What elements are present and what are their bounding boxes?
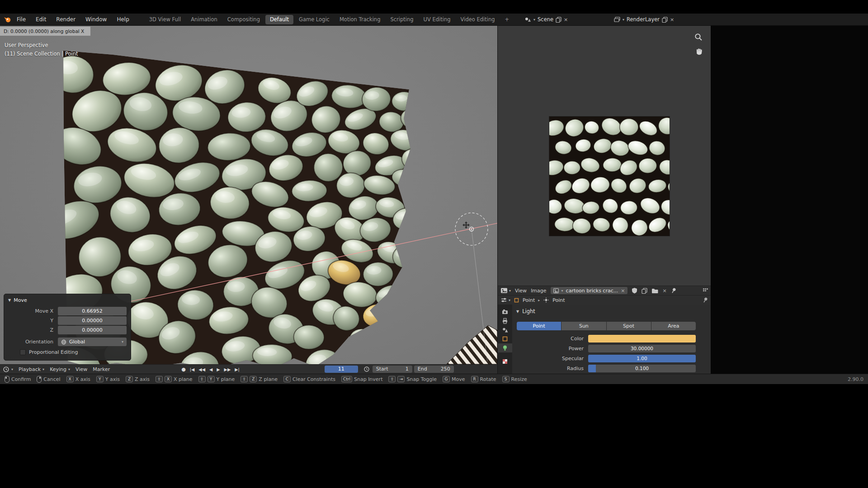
image-name[interactable]: cartoon bricks crac... xyxy=(566,288,618,294)
disclosure-triangle-icon[interactable]: ▼ xyxy=(516,310,519,314)
move-z-field[interactable]: 0.00000 xyxy=(58,326,127,334)
renderlayer-icon[interactable] xyxy=(614,17,620,23)
move-y-field[interactable]: 0.00000 xyxy=(58,316,127,325)
current-frame-field[interactable]: 11 xyxy=(325,366,358,373)
add-workspace-button[interactable]: + xyxy=(500,15,514,24)
image-editor[interactable] xyxy=(497,26,711,286)
light-type-sun-button[interactable]: Sun xyxy=(561,322,606,330)
frame-end-field[interactable]: End250 xyxy=(414,366,454,373)
radius-slider[interactable]: 0.100 xyxy=(588,365,696,372)
playback-menu[interactable]: Playback▾ xyxy=(19,366,44,372)
output-tab-icon[interactable] xyxy=(498,316,512,325)
orientation-dropdown[interactable]: Global ▾ xyxy=(58,338,127,346)
options-grid-icon[interactable] xyxy=(703,288,708,293)
tab-game-logic[interactable]: Game Logic xyxy=(294,15,334,24)
chevron-down-icon[interactable]: ▾ xyxy=(533,18,535,22)
render-tab-icon[interactable] xyxy=(498,307,512,316)
jump-to-end-button[interactable]: ▶| xyxy=(235,367,240,372)
properties-editor-icon[interactable] xyxy=(500,297,507,303)
fake-user-shield-icon[interactable] xyxy=(632,287,637,294)
editor-type-button[interactable]: ▾ xyxy=(3,366,13,373)
move-x-field[interactable]: 0.66952 xyxy=(58,307,127,315)
chevron-down-icon[interactable]: ▾ xyxy=(509,289,511,293)
light-panel-title: Light xyxy=(522,308,535,314)
statusbar-z-axis: Z Z axis xyxy=(126,376,150,382)
texture-tab-icon[interactable] xyxy=(498,357,512,366)
scene-icon[interactable] xyxy=(524,16,531,23)
power-field[interactable]: 30.00000 xyxy=(588,345,696,352)
move-z-label: Z xyxy=(8,327,58,333)
statusbar-cancel: Cancel xyxy=(37,376,60,383)
tab-uv-editing[interactable]: UV Editing xyxy=(419,15,455,24)
unlink-image-icon[interactable]: × xyxy=(621,288,625,293)
breadcrumb-data-name[interactable]: Point xyxy=(552,297,565,303)
orientation-label: Orientation xyxy=(8,339,58,345)
chevron-down-icon[interactable]: ▾ xyxy=(509,298,510,302)
scene-selector: ▾ Scene × xyxy=(524,15,568,24)
prev-keyframe-button[interactable]: ◀◀ xyxy=(198,367,205,372)
light-color-swatch[interactable] xyxy=(588,335,696,343)
object-tab-icon[interactable] xyxy=(498,334,512,343)
view-menu[interactable]: View xyxy=(515,288,527,294)
record-button[interactable]: ● xyxy=(181,366,186,372)
next-keyframe-button[interactable]: ▶▶ xyxy=(224,367,231,372)
menu-help[interactable]: Help xyxy=(112,14,134,25)
zoom-icon[interactable] xyxy=(694,33,703,41)
key-badge: ⇥ xyxy=(397,376,405,382)
browse-image-icon[interactable] xyxy=(553,288,559,293)
tab-compositing[interactable]: Compositing xyxy=(223,15,264,24)
breadcrumb-object-name[interactable]: Point xyxy=(523,297,535,303)
pan-hand-icon[interactable] xyxy=(695,47,703,55)
keying-menu[interactable]: Keying▾ xyxy=(50,366,70,372)
tab-scripting[interactable]: Scripting xyxy=(386,15,418,24)
3d-viewport[interactable]: D: 0.0000 (0.0000) along global X User P… xyxy=(0,26,497,364)
statusbar-move: G Move xyxy=(443,376,465,382)
image-editor-icon[interactable] xyxy=(500,287,508,294)
timeline-editor: ▾ Playback▾ Keying▾ View Marker ● |◀ ◀◀ … xyxy=(0,364,497,374)
open-folder-icon[interactable] xyxy=(651,288,658,294)
key-badge: G xyxy=(443,376,450,382)
scene-name[interactable]: Scene xyxy=(538,16,553,23)
tab-video-editing[interactable]: Video Editing xyxy=(456,15,500,24)
light-type-spot-button[interactable]: Spot xyxy=(607,322,651,330)
key-badge: Y xyxy=(208,376,215,382)
mouse-left-icon xyxy=(5,376,9,383)
tab-3d-view-full[interactable]: 3D View Full xyxy=(145,15,185,24)
pin-icon[interactable] xyxy=(671,287,676,294)
tab-animation[interactable]: Animation xyxy=(186,15,222,24)
close-icon[interactable]: × xyxy=(662,288,666,293)
menu-file[interactable]: File xyxy=(12,14,31,25)
marker-menu[interactable]: Marker xyxy=(93,366,110,372)
menu-window[interactable]: Window xyxy=(80,14,112,25)
close-icon[interactable]: × xyxy=(670,17,674,22)
disclosure-triangle-icon[interactable]: ▼ xyxy=(8,298,11,302)
light-type-point-button[interactable]: Point xyxy=(517,322,561,330)
light-data-tab-icon[interactable] xyxy=(498,343,512,352)
specular-slider[interactable]: 1.00 xyxy=(588,355,696,362)
power-label: Power xyxy=(517,346,588,352)
tab-default[interactable]: Default xyxy=(265,15,293,24)
pin-icon[interactable] xyxy=(703,297,708,303)
chevron-down-icon[interactable]: ▾ xyxy=(623,18,624,22)
proportional-editing-checkbox[interactable] xyxy=(20,349,26,355)
close-icon[interactable]: × xyxy=(564,17,568,22)
scene-tab-icon[interactable] xyxy=(498,325,512,334)
version-label: 2.90.0 xyxy=(848,376,863,382)
light-type-area-button[interactable]: Area xyxy=(651,322,696,330)
blender-logo-icon[interactable] xyxy=(4,16,12,23)
new-image-icon[interactable] xyxy=(642,288,647,294)
properties-header: ▾ Point ▸ Point xyxy=(497,295,711,305)
menu-render[interactable]: Render xyxy=(51,14,80,25)
render-layer-name[interactable]: RenderLayer xyxy=(627,16,660,23)
image-menu[interactable]: Image xyxy=(531,288,546,294)
tab-motion-tracking[interactable]: Motion Tracking xyxy=(335,15,385,24)
play-reverse-button[interactable]: ◀ xyxy=(209,367,212,372)
chevron-down-icon[interactable]: ▾ xyxy=(561,289,563,293)
frame-start-field[interactable]: Start1 xyxy=(373,366,412,373)
menu-edit[interactable]: Edit xyxy=(31,14,51,25)
duplicate-layer-icon[interactable] xyxy=(662,17,668,23)
jump-to-start-button[interactable]: |◀ xyxy=(190,367,195,372)
play-button[interactable]: ▶ xyxy=(217,367,220,372)
duplicate-scene-icon[interactable] xyxy=(556,17,561,23)
view-menu[interactable]: View xyxy=(75,366,87,372)
